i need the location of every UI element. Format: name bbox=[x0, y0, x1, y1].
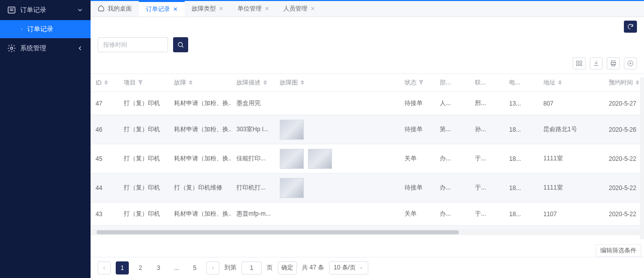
page-prev-button[interactable] bbox=[98, 261, 111, 274]
download-icon bbox=[593, 60, 600, 67]
thumbnail-image[interactable] bbox=[280, 178, 304, 198]
add-button[interactable] bbox=[624, 57, 637, 69]
col-appt[interactable]: 预约时间 bbox=[604, 78, 640, 87]
page-ellipsis: ... bbox=[170, 261, 183, 274]
goto-confirm-button[interactable]: 确定 bbox=[278, 261, 297, 274]
page-size-select[interactable]: 10 条/页 bbox=[329, 261, 368, 274]
cell-contact: 于... bbox=[470, 210, 504, 218]
svg-rect-3 bbox=[577, 61, 579, 63]
sidebar-item-system[interactable]: 系统管理 bbox=[0, 38, 91, 58]
col-contact: 联... bbox=[470, 78, 504, 87]
page-number-button[interactable]: 2 bbox=[134, 261, 147, 274]
goto-page-input[interactable]: 1 bbox=[242, 261, 262, 274]
page-next-button[interactable] bbox=[206, 261, 219, 274]
close-icon[interactable]: ✕ bbox=[310, 6, 315, 12]
columns-button[interactable] bbox=[573, 57, 586, 69]
table-container: ID 项目 故障 故障描述 故障图 状态 部... 联... 电... 地址 预… bbox=[91, 73, 644, 235]
cell-dept: 人... bbox=[435, 99, 470, 108]
svg-rect-7 bbox=[612, 61, 615, 63]
sidebar-subitem-orders[interactable]: 订单记录 bbox=[0, 20, 91, 38]
search-button[interactable] bbox=[173, 37, 188, 52]
sidebar-item-orders[interactable]: 订单记录 bbox=[0, 0, 91, 20]
cell-project: 打（复）印机 bbox=[119, 183, 169, 192]
main-area: 我的桌面 订单记录 ✕ 故障类型 ✕ 单位管理 ✕ 人员管理 ✕ 报修时间 bbox=[91, 0, 644, 278]
col-faultdesc[interactable]: 故障描述 bbox=[231, 78, 275, 87]
print-button[interactable] bbox=[607, 57, 620, 69]
svg-point-1 bbox=[11, 47, 13, 50]
table-row[interactable]: 47打（复）印机耗材申请（加粉、换...墨盒用完待接单人...邢...13...… bbox=[91, 92, 640, 115]
cell-faultdesc: 打印机打... bbox=[231, 183, 275, 192]
refresh-button[interactable] bbox=[624, 21, 637, 33]
cell-fault: 耗材申请（加粉、换... bbox=[169, 125, 231, 134]
cell-contact: 于... bbox=[470, 183, 504, 192]
close-icon[interactable]: ✕ bbox=[219, 6, 223, 12]
total-label: 共 47 条 bbox=[302, 263, 324, 272]
col-addr[interactable]: 地址 bbox=[538, 78, 604, 87]
sort-icon bbox=[300, 79, 305, 86]
col-project[interactable]: 项目 bbox=[119, 78, 169, 87]
cell-dept: 第... bbox=[435, 125, 470, 134]
cell-id: 46 bbox=[91, 126, 119, 133]
tab-units[interactable]: 单位管理 ✕ bbox=[230, 1, 276, 17]
table-row[interactable]: 45打（复）印机耗材申请（加粉、换...佳能打印...关单办...于...18.… bbox=[91, 144, 640, 173]
tab-staff[interactable]: 人员管理 ✕ bbox=[276, 1, 322, 17]
horizontal-scrollbar[interactable] bbox=[91, 229, 644, 235]
svg-rect-5 bbox=[577, 64, 579, 66]
gear-icon bbox=[7, 44, 16, 53]
sidebar-subitem-label: 订单记录 bbox=[27, 25, 53, 34]
cell-addr: 807 bbox=[538, 100, 604, 107]
cell-faultdesc: 佳能打印... bbox=[231, 154, 275, 163]
sort-icon bbox=[263, 79, 268, 86]
table-row[interactable]: 46打（复）印机耗材申请（加粉、换...303室Hp l...待接单第...孙.… bbox=[91, 115, 640, 144]
tab-label: 我的桌面 bbox=[108, 5, 132, 13]
refresh-icon bbox=[627, 23, 634, 30]
col-status[interactable]: 状态 bbox=[399, 78, 435, 87]
col-faultimg[interactable]: 故障图 bbox=[275, 78, 399, 87]
thumbnail-image[interactable] bbox=[280, 120, 304, 140]
search-input[interactable]: 报修时间 bbox=[98, 37, 168, 52]
table-row[interactable]: 44打（复）印机打（复）印机维修打印机打...待接单办...于...18...1… bbox=[91, 173, 640, 203]
table-row[interactable]: 43打（复）印机耗材申请（加粉、换...惠普mfp-m...关单办...于...… bbox=[91, 203, 640, 226]
cell-id: 47 bbox=[91, 100, 119, 107]
cell-phone: 18... bbox=[504, 155, 538, 162]
tab-label: 人员管理 bbox=[283, 5, 307, 13]
export-button[interactable] bbox=[590, 57, 603, 69]
tab-label: 订单记录 bbox=[146, 5, 170, 14]
cell-faultdesc: 墨盒用完 bbox=[231, 99, 275, 108]
cell-project: 打（复）印机 bbox=[119, 125, 169, 134]
svg-point-2 bbox=[178, 42, 182, 46]
plus-circle-icon bbox=[627, 60, 634, 67]
page-number-button[interactable]: 3 bbox=[152, 261, 165, 274]
page-number-button[interactable]: 1 bbox=[116, 261, 129, 274]
svg-rect-4 bbox=[580, 61, 582, 63]
cell-faultdesc: 303室Hp l... bbox=[231, 125, 275, 134]
close-icon[interactable]: ✕ bbox=[173, 6, 178, 13]
tab-home[interactable]: 我的桌面 bbox=[91, 1, 139, 17]
cell-fault: 耗材申请（加粉、换... bbox=[169, 210, 231, 218]
search-icon bbox=[177, 41, 184, 48]
cell-status: 关单 bbox=[399, 154, 435, 163]
sidebar-item-label: 系统管理 bbox=[20, 44, 76, 53]
cell-id: 45 bbox=[91, 155, 119, 162]
thumbnail-image[interactable] bbox=[308, 149, 332, 169]
tab-orders[interactable]: 订单记录 ✕ bbox=[139, 1, 185, 17]
tab-bar: 我的桌面 订单记录 ✕ 故障类型 ✕ 单位管理 ✕ 人员管理 ✕ bbox=[91, 1, 644, 17]
cell-addr: 1111室 bbox=[538, 154, 604, 163]
edit-filter-button[interactable]: 编辑筛选条件 bbox=[596, 244, 641, 257]
close-icon[interactable]: ✕ bbox=[265, 6, 269, 12]
vertical-scrollbar[interactable] bbox=[640, 77, 644, 239]
tab-fault-types[interactable]: 故障类型 ✕ bbox=[185, 1, 230, 17]
cell-contact: 孙... bbox=[470, 125, 504, 134]
col-id[interactable]: ID bbox=[91, 79, 119, 86]
cell-status: 待接单 bbox=[399, 183, 435, 192]
col-fault[interactable]: 故障 bbox=[169, 78, 231, 87]
cell-addr: 昆俞路北1号 bbox=[538, 125, 604, 134]
page-suffix: 页 bbox=[267, 263, 273, 272]
cell-faultimg bbox=[275, 120, 399, 140]
cell-fault: 打（复）印机维修 bbox=[169, 183, 231, 192]
page-number-button[interactable]: 5 bbox=[188, 261, 201, 274]
thumbnail-image[interactable] bbox=[280, 149, 304, 169]
chevron-left-icon bbox=[76, 45, 84, 52]
scrollbar-thumb[interactable] bbox=[97, 230, 459, 234]
cell-addr: 1111室 bbox=[538, 183, 604, 192]
